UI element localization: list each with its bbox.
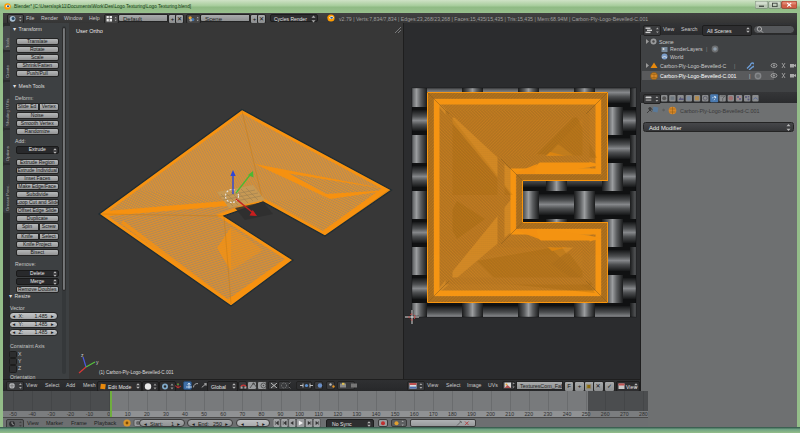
svg-text:y: y	[96, 359, 99, 365]
svg-text:z: z	[81, 352, 84, 358]
